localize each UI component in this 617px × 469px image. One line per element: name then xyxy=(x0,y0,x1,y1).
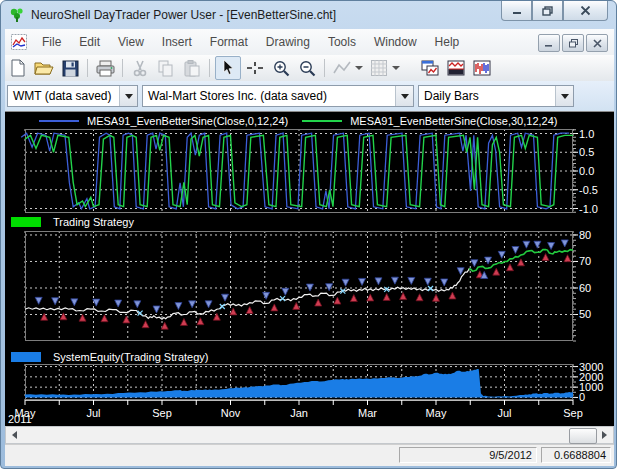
arrow-right-icon xyxy=(602,431,607,439)
title-bar[interactable]: NeuroShell DayTrader Power User - [EvenB… xyxy=(1,1,616,29)
chart-cascade-button[interactable] xyxy=(418,57,442,79)
zoom-out-button[interactable] xyxy=(295,57,319,79)
company-combobox[interactable]: Wal-Mart Stores Inc. (data saved) xyxy=(142,85,414,107)
pointer-tool-button[interactable] xyxy=(215,56,241,80)
chart-document-icon xyxy=(11,34,27,50)
open-file-button[interactable] xyxy=(32,57,56,79)
toolbar-separator xyxy=(122,59,123,77)
equity-panel[interactable] xyxy=(25,364,581,401)
legend-label-blue: MESA91_EvenBetterSine(Close,0,12,24) xyxy=(87,115,288,127)
menu-bar: File Edit View Insert Format Drawing Too… xyxy=(5,29,614,56)
cut-button xyxy=(128,57,152,79)
interval-dropdown-button[interactable] xyxy=(555,86,573,106)
x-axis-month-label: Jan xyxy=(282,407,316,419)
toolbar xyxy=(5,55,614,82)
pattern-fill-tool-button xyxy=(367,57,391,79)
oscillator-panel[interactable] xyxy=(25,129,581,214)
x-axis-month-label: Mar xyxy=(351,407,385,419)
scroll-right-button[interactable] xyxy=(596,427,613,443)
status-value: 0.6688804 xyxy=(541,447,611,463)
app-logo-icon xyxy=(9,7,25,23)
symbol-combobox[interactable]: WMT (data saved) xyxy=(7,85,138,107)
y-axis-tick-label: 1.0 xyxy=(579,128,594,140)
legend-line-blue xyxy=(39,120,79,122)
new-file-button[interactable] xyxy=(6,57,30,79)
equity-legend: SystemEquity(Trading Strategy) xyxy=(11,351,208,363)
chart-envelope-button[interactable] xyxy=(444,57,468,79)
price-panel[interactable] xyxy=(25,231,581,342)
y-axis-tick-label: 50 xyxy=(579,308,591,320)
x-axis-month-label: Jul xyxy=(488,407,522,419)
y-axis-tick-label: -1.0 xyxy=(579,203,598,215)
document-close-button[interactable] xyxy=(586,34,608,52)
y-axis-tick-label: 70 xyxy=(579,255,591,267)
save-button[interactable] xyxy=(58,57,82,79)
strategy-legend: Trading Strategy xyxy=(11,216,134,228)
status-date: 9/5/2012 xyxy=(399,447,537,463)
chart-bars-button[interactable] xyxy=(470,57,494,79)
menu-format[interactable]: Format xyxy=(201,31,257,53)
trendline-tool-button xyxy=(330,57,354,79)
chevron-down-icon xyxy=(125,94,133,99)
window-restore-button[interactable] xyxy=(532,1,563,21)
y-axis-tick-label: 0.0 xyxy=(579,165,594,177)
toolbar-separator xyxy=(324,59,325,77)
x-axis-month-label: Sep xyxy=(556,407,590,419)
menu-help[interactable]: Help xyxy=(426,31,469,53)
pattern-dropdown-caret[interactable] xyxy=(392,66,400,70)
scroll-left-button[interactable] xyxy=(6,427,23,443)
window-minimize-button[interactable] xyxy=(501,1,532,21)
app-window: NeuroShell DayTrader Power User - [EvenB… xyxy=(0,0,617,469)
indicator-legend: MESA91_EvenBetterSine(Close,0,12,24) MES… xyxy=(5,114,614,128)
document-restore-button[interactable] xyxy=(562,34,584,52)
interval-value: Daily Bars xyxy=(419,89,555,103)
company-value: Wal-Mart Stores Inc. (data saved) xyxy=(143,89,395,103)
y-axis-tick-label: 60 xyxy=(579,282,591,294)
strategy-swatch xyxy=(11,217,41,227)
window-close-button[interactable] xyxy=(563,1,608,21)
interval-combobox[interactable]: Daily Bars xyxy=(418,85,574,107)
document-minimize-button[interactable] xyxy=(538,34,560,52)
y-axis-tick-label: -0.5 xyxy=(579,184,598,196)
company-dropdown-button[interactable] xyxy=(395,86,413,106)
toolbar-separator xyxy=(209,59,210,77)
x-axis-month-label: Jul xyxy=(77,407,111,419)
menu-drawing[interactable]: Drawing xyxy=(257,31,319,53)
strategy-label: Trading Strategy xyxy=(53,216,134,228)
scrollbar-thumb[interactable] xyxy=(569,428,597,444)
crosshair-tool-button[interactable] xyxy=(243,57,267,79)
equity-swatch xyxy=(11,352,41,362)
equity-label: SystemEquity(Trading Strategy) xyxy=(53,351,208,363)
menu-edit[interactable]: Edit xyxy=(70,31,109,53)
copy-button xyxy=(154,57,178,79)
zoom-in-button[interactable] xyxy=(269,57,293,79)
menu-tools[interactable]: Tools xyxy=(319,31,365,53)
menu-window[interactable]: Window xyxy=(365,31,426,53)
paste-button xyxy=(180,57,204,79)
x-axis-month-label: Sep xyxy=(145,407,179,419)
print-button[interactable] xyxy=(93,57,117,79)
chart-area[interactable]: MESA91_EvenBetterSine(Close,0,12,24) MES… xyxy=(5,111,614,427)
chevron-down-icon xyxy=(561,94,569,99)
y-axis-tick-label: 0 xyxy=(579,391,585,403)
menu-view[interactable]: View xyxy=(109,31,153,53)
window-title: NeuroShell DayTrader Power User - [EvenB… xyxy=(31,8,336,22)
x-axis-year-label: 2011 xyxy=(8,413,32,425)
legend-line-green xyxy=(302,120,342,122)
y-axis-tick-label: 0.5 xyxy=(579,146,594,158)
x-axis-month-label: Nov xyxy=(214,407,248,419)
menu-insert[interactable]: Insert xyxy=(153,31,201,53)
symbol-value: WMT (data saved) xyxy=(8,89,119,103)
x-axis-month-label: May xyxy=(419,407,453,419)
y-axis-tick-label: 80 xyxy=(579,229,591,241)
arrow-left-icon xyxy=(12,431,17,439)
symbol-dropdown-button[interactable] xyxy=(119,86,137,106)
toolbar-separator xyxy=(87,59,88,77)
trendline-dropdown-caret[interactable] xyxy=(355,66,363,70)
chevron-down-icon xyxy=(401,94,409,99)
status-bar: 9/5/2012 0.6688804 xyxy=(5,444,614,466)
menu-file[interactable]: File xyxy=(33,31,70,53)
selector-bar: WMT (data saved) Wal-Mart Stores Inc. (d… xyxy=(5,81,614,111)
horizontal-scrollbar[interactable] xyxy=(5,426,614,444)
legend-label-green: MESA91_EvenBetterSine(Close,30,12,24) xyxy=(350,115,557,127)
